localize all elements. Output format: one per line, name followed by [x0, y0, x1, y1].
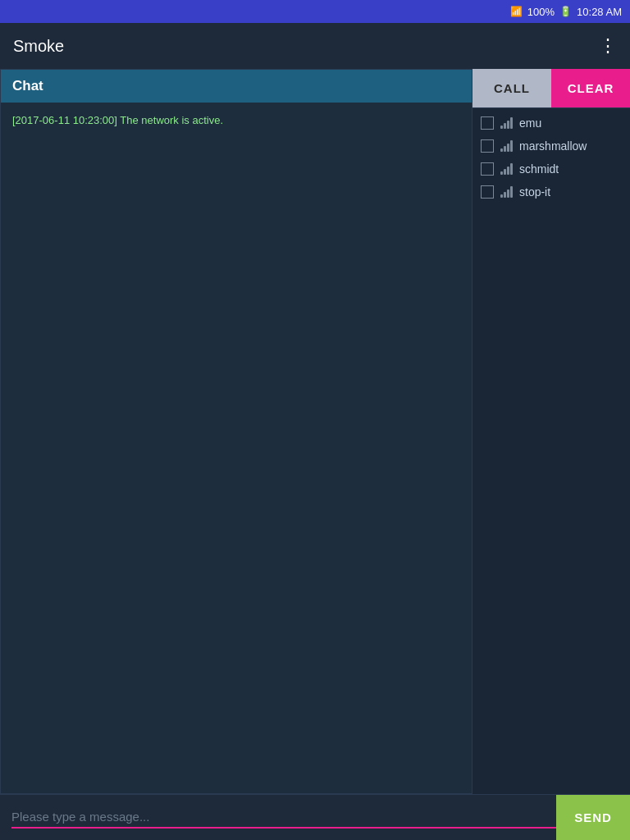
main-content: Chat [2017-06-11 10:23:00] The network i…: [0, 69, 630, 840]
clear-button[interactable]: CLEAR: [551, 69, 630, 107]
send-button[interactable]: SEND: [556, 795, 630, 841]
contact-item[interactable]: schmidt: [472, 158, 630, 180]
input-bar: SEND: [0, 794, 630, 840]
top-section: Chat [2017-06-11 10:23:00] The network i…: [0, 69, 630, 794]
contact-item[interactable]: marshmallow: [472, 135, 630, 158]
contact-name: stop-it: [519, 185, 550, 199]
chat-header: Chat: [1, 70, 472, 103]
battery-icon: 🔋: [559, 6, 572, 17]
contact-name: schmidt: [519, 162, 559, 176]
signal-bars-icon: [500, 117, 513, 129]
signal-bars-icon: [500, 140, 513, 152]
signal-bars-icon: [500, 186, 513, 198]
call-button[interactable]: CALL: [472, 69, 551, 107]
contact-list: emumarshmallowschmidtstop-it: [472, 108, 630, 794]
contact-checkbox[interactable]: [481, 185, 494, 199]
time: 10:28 AM: [577, 6, 622, 18]
contact-checkbox[interactable]: [481, 139, 494, 153]
app-bar: Smoke ⋮: [0, 23, 630, 69]
message-input[interactable]: [11, 806, 556, 829]
contact-checkbox[interactable]: [481, 162, 494, 176]
action-buttons: CALL CLEAR: [472, 69, 630, 108]
contact-name: marshmallow: [519, 139, 587, 153]
app-title: Smoke: [13, 37, 64, 56]
right-panel: CALL CLEAR emumarshmallowschmidtstop-it: [472, 69, 630, 794]
wifi-icon: 📶: [510, 6, 523, 17]
network-status-message: [2017-06-11 10:23:00] The network is act…: [12, 114, 460, 126]
signal-bars-icon: [500, 163, 513, 175]
contact-item[interactable]: emu: [472, 112, 630, 135]
status-bar: 📶 100% 🔋 10:28 AM: [0, 0, 630, 23]
contact-name: emu: [519, 116, 541, 130]
contact-item[interactable]: stop-it: [472, 180, 630, 203]
chat-messages: [2017-06-11 10:23:00] The network is act…: [1, 103, 472, 793]
contact-checkbox[interactable]: [481, 116, 494, 130]
battery-percentage: 100%: [527, 6, 555, 18]
overflow-menu-icon[interactable]: ⋮: [599, 35, 617, 57]
chat-panel: Chat [2017-06-11 10:23:00] The network i…: [0, 69, 472, 794]
